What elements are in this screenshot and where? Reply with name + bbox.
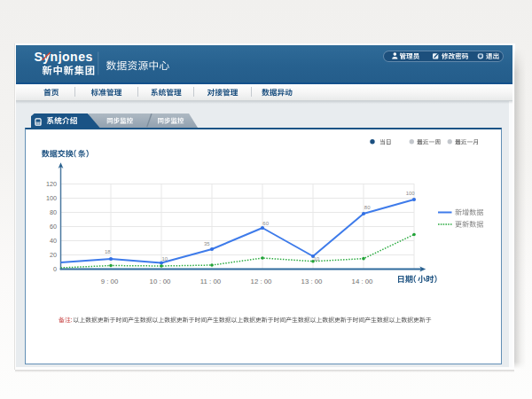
svg-text:120: 120 [46, 180, 57, 188]
svg-text:10: 10 [161, 256, 168, 262]
svg-text:60: 60 [50, 223, 57, 231]
svg-text:11 : 00: 11 : 00 [200, 278, 222, 286]
svg-text:20: 20 [50, 251, 57, 259]
svg-text:18: 18 [105, 249, 111, 254]
svg-text:14 : 00: 14 : 00 [352, 278, 374, 286]
svg-text:80: 80 [50, 208, 57, 216]
svg-text:100: 100 [46, 194, 57, 202]
svg-text:40: 40 [50, 237, 57, 245]
svg-text:10 : 00: 10 : 00 [150, 278, 172, 286]
svg-text:12 : 00: 12 : 00 [251, 278, 273, 286]
svg-text:10: 10 [313, 256, 319, 262]
svg-text:13 : 00: 13 : 00 [301, 278, 324, 286]
svg-text:100: 100 [406, 191, 416, 196]
svg-text:80: 80 [364, 205, 371, 210]
svg-text:9 : 00: 9 : 00 [101, 278, 119, 286]
svg-text:0: 0 [53, 265, 57, 273]
svg-text:35: 35 [204, 241, 210, 246]
svg-text:60: 60 [262, 221, 269, 226]
